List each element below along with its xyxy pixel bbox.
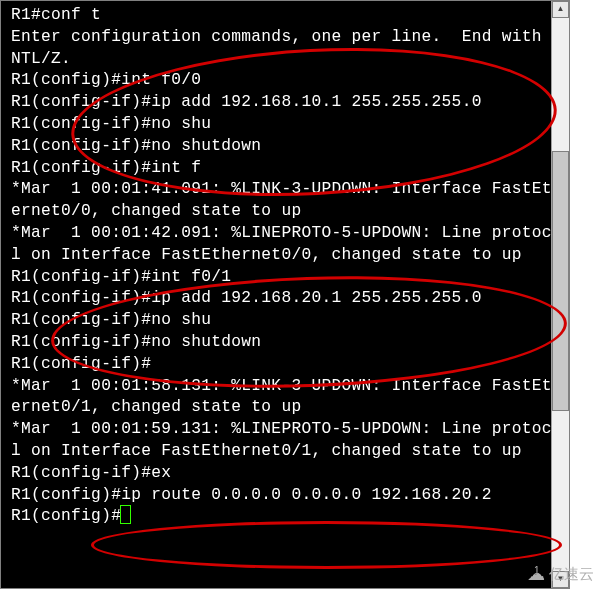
terminal-line: Enter configuration commands, one per li… [11, 28, 562, 68]
terminal-window[interactable]: R1#conf t Enter configuration commands, … [0, 0, 570, 589]
terminal-output: R1#conf t Enter configuration commands, … [11, 5, 569, 588]
terminal-line: R1(config)#ip route 0.0.0.0 0.0.0.0 192.… [11, 486, 492, 504]
terminal-line: *Mar 1 00:01:42.091: %LINEPROTO-5-UPDOWN… [11, 224, 562, 264]
terminal-line: R1(config-if)#int f [11, 159, 201, 177]
watermark: ☁ 亿速云 [527, 563, 594, 585]
terminal-line: R1(config-if)#no shu [11, 311, 211, 329]
terminal-line: R1(config-if)#ip add 192.168.10.1 255.25… [11, 93, 482, 111]
terminal-line: R1(config-if)#no shutdown [11, 333, 261, 351]
terminal-prompt: R1(config)# [11, 507, 121, 525]
terminal-cursor[interactable] [121, 506, 130, 523]
terminal-line: *Mar 1 00:01:41.091: %LINK-3-UPDOWN: Int… [11, 180, 562, 220]
terminal-line: *Mar 1 00:01:58.131: %LINK-3-UPDOWN: Int… [11, 377, 562, 417]
terminal-line: R1(config-if)#ex [11, 464, 171, 482]
terminal-line: R1#conf t [11, 6, 101, 24]
terminal-line: R1(config)#int f0/0 [11, 71, 201, 89]
scroll-thumb[interactable] [552, 151, 569, 411]
terminal-line: R1(config-if)#int f0/1 [11, 268, 231, 286]
watermark-text: 亿速云 [549, 565, 594, 584]
vertical-scrollbar[interactable]: ▲ ▼ [551, 1, 569, 588]
terminal-line: R1(config-if)# [11, 355, 151, 373]
scroll-up-button[interactable]: ▲ [552, 1, 569, 18]
cloud-icon: ☁ [527, 563, 545, 585]
terminal-line: R1(config-if)#ip add 192.168.20.1 255.25… [11, 289, 482, 307]
terminal-line: *Mar 1 00:01:59.131: %LINEPROTO-5-UPDOWN… [11, 420, 562, 460]
terminal-line: R1(config-if)#no shutdown [11, 137, 261, 155]
terminal-line: R1(config-if)#no shu [11, 115, 211, 133]
